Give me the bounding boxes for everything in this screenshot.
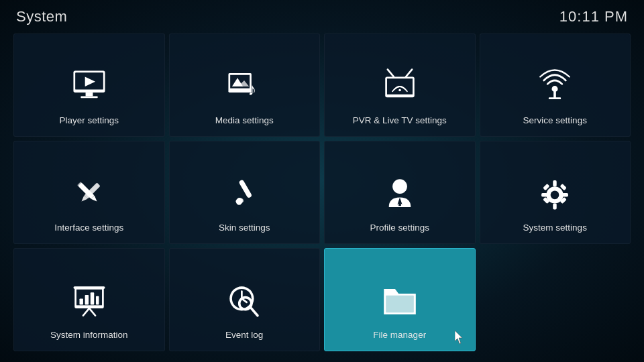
svg-rect-31 xyxy=(541,194,547,197)
svg-rect-42 xyxy=(91,293,94,305)
service-settings-icon xyxy=(533,65,576,108)
svg-rect-27 xyxy=(398,201,401,206)
tile-service-settings[interactable]: Service settings xyxy=(480,34,631,137)
tile-system-information[interactable]: System information xyxy=(13,248,165,351)
file-manager-icon xyxy=(378,280,421,322)
system-settings-label: System settings xyxy=(518,222,592,234)
svg-line-13 xyxy=(406,70,412,77)
media-settings-label: Media settings xyxy=(210,115,279,127)
page-wrapper: System 10:11 PM Player settings xyxy=(0,0,644,362)
system-settings-icon xyxy=(533,172,576,215)
system-information-label: System information xyxy=(45,329,133,341)
tile-player-settings[interactable]: Player settings xyxy=(13,34,165,137)
profile-settings-label: Profile settings xyxy=(364,222,435,234)
svg-text:♪: ♪ xyxy=(248,80,257,99)
tile-file-manager[interactable]: File manager xyxy=(324,248,476,351)
event-log-label: Event log xyxy=(220,329,268,341)
svg-line-12 xyxy=(388,70,394,77)
svg-rect-54 xyxy=(386,296,414,312)
svg-rect-23 xyxy=(239,180,253,199)
svg-point-25 xyxy=(392,180,407,194)
header: System 10:11 PM xyxy=(0,0,644,31)
player-settings-icon xyxy=(68,65,111,108)
clock: 10:11 PM xyxy=(559,8,628,25)
tile-media-settings[interactable]: ♪ Media settings xyxy=(169,34,321,137)
player-settings-label: Player settings xyxy=(54,115,124,127)
service-settings-label: Service settings xyxy=(518,115,592,127)
tile-interface-settings[interactable]: Interface settings xyxy=(13,141,165,244)
svg-rect-32 xyxy=(562,194,568,197)
svg-line-45 xyxy=(89,308,95,316)
pvr-settings-icon xyxy=(378,65,421,108)
empty-tile xyxy=(480,248,631,351)
skin-settings-label: Skin settings xyxy=(213,222,276,234)
file-manager-label: File manager xyxy=(368,329,431,341)
interface-settings-label: Interface settings xyxy=(49,222,129,234)
svg-rect-41 xyxy=(85,295,88,305)
svg-rect-17 xyxy=(549,98,561,100)
system-information-icon xyxy=(68,280,111,322)
settings-grid: Player settings ♪ Media settings xyxy=(0,31,644,358)
tile-pvr-settings[interactable]: PVR & Live TV settings xyxy=(324,34,476,137)
skin-settings-icon xyxy=(223,172,266,215)
svg-marker-55 xyxy=(455,330,462,344)
svg-rect-3 xyxy=(85,93,93,97)
svg-rect-29 xyxy=(553,181,557,187)
tile-skin-settings[interactable]: Skin settings xyxy=(169,141,321,244)
media-settings-icon: ♪ xyxy=(223,65,266,108)
interface-settings-icon xyxy=(68,172,111,215)
svg-line-44 xyxy=(83,308,89,316)
mouse-cursor xyxy=(455,330,466,344)
svg-point-15 xyxy=(552,86,558,93)
tile-system-settings[interactable]: System settings xyxy=(480,141,631,244)
tile-event-log[interactable]: Event log xyxy=(169,248,321,351)
svg-line-52 xyxy=(250,308,258,316)
tile-profile-settings[interactable]: Profile settings xyxy=(324,141,476,244)
pvr-settings-label: PVR & Live TV settings xyxy=(347,115,452,127)
profile-settings-icon xyxy=(378,172,421,215)
svg-point-14 xyxy=(398,89,401,92)
event-log-icon xyxy=(223,280,266,322)
svg-rect-30 xyxy=(553,204,557,210)
app-title: System xyxy=(16,8,67,25)
svg-rect-40 xyxy=(79,299,83,305)
svg-rect-46 xyxy=(73,287,105,290)
svg-rect-4 xyxy=(80,97,97,99)
svg-rect-43 xyxy=(96,296,99,305)
